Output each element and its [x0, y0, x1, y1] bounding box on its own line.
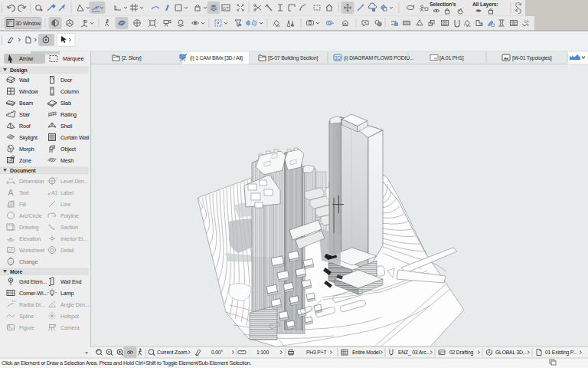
svg-text:Worksheet: Worksheet	[19, 247, 44, 254]
svg-text:Camera: Camera	[60, 324, 80, 331]
svg-text:Drawing: Drawing	[19, 224, 38, 231]
svg-text:Label: Label	[60, 189, 74, 196]
svg-text:Grid Elem...: Grid Elem...	[19, 278, 47, 285]
svg-text:Change: Change	[19, 258, 38, 265]
svg-text:1.2: 1.2	[12, 300, 16, 303]
svg-text:0.00°: 0.00°	[211, 350, 223, 355]
svg-text:(i) 1 CAM BiMx [3D / All]: (i) 1 CAM BiMx [3D / All]	[190, 55, 243, 61]
svg-text:Detail: Detail	[60, 247, 74, 254]
svg-text:Hotspot: Hotspot	[60, 313, 79, 320]
svg-text:Mesh: Mesh	[60, 157, 74, 164]
svg-text:3D: 3D	[335, 55, 341, 61]
svg-text:All Layers:: All Layers:	[472, 2, 498, 8]
svg-text:1.2: 1.2	[9, 177, 14, 181]
svg-text:A: A	[8, 188, 14, 197]
svg-text:Lamp: Lamp	[60, 290, 74, 297]
svg-text:Selection's: Selection's	[430, 2, 456, 7]
svg-text:Stair: Stair	[19, 111, 31, 118]
svg-text:Line: Line	[60, 201, 70, 208]
svg-text:Roof: Roof	[19, 123, 31, 130]
svg-text:Skylight: Skylight	[19, 134, 38, 141]
svg-text:Figure: Figure	[19, 324, 34, 331]
svg-text:Slab: Slab	[60, 100, 71, 107]
svg-text:[2. Story]: [2. Story]	[122, 55, 142, 61]
svg-text:Fill: Fill	[19, 201, 26, 208]
svg-text:Door: Door	[60, 77, 73, 84]
svg-text:02 Drafting: 02 Drafting	[449, 350, 473, 356]
svg-text:1:100: 1:100	[256, 350, 269, 355]
svg-text:Entire Model: Entire Model	[352, 350, 380, 355]
svg-text:Beam: Beam	[19, 100, 33, 107]
svg-text:Elevation: Elevation	[19, 235, 41, 242]
svg-text:ENZ_ 03 Arc...: ENZ_ 03 Arc...	[398, 350, 430, 356]
svg-text:Shell: Shell	[60, 123, 73, 130]
svg-text:01 Existing P...: 01 Existing P...	[545, 350, 577, 356]
svg-text::::: :::	[9, 260, 12, 264]
svg-text:GT: GT	[223, 6, 230, 11]
svg-text:Document: Document	[10, 168, 36, 173]
svg-text:[S-07 Building Section]: [S-07 Building Section]	[268, 55, 318, 61]
svg-text:More: More	[10, 269, 23, 274]
svg-text:Spline: Spline	[19, 313, 34, 320]
svg-text:(i) DIAGRAM FLOWS PODIU...: (i) DIAGRAM FLOWS PODIU...	[344, 55, 413, 61]
svg-text:Wall: Wall	[19, 77, 30, 84]
svg-text:A1: A1	[51, 190, 58, 196]
svg-text:Radial Di...: Radial Di...	[19, 301, 45, 308]
svg-text:GLOBAL 3D...: GLOBAL 3D...	[495, 350, 527, 355]
svg-text:[A.01 PH1]: [A.01 PH1]	[439, 55, 464, 61]
svg-text:3D Window: 3D Window	[15, 21, 41, 26]
svg-text:Zone: Zone	[19, 157, 31, 164]
svg-text:Polyline: Polyline	[60, 212, 79, 219]
svg-text:Text: Text	[19, 189, 29, 196]
svg-text:PH3 P+T: PH3 P+T	[306, 350, 326, 355]
svg-text:Click an Element or Draw a Sel: Click an Element or Draw a Selection Are…	[2, 360, 252, 366]
svg-text:Railing: Railing	[60, 111, 77, 118]
svg-text:Uᵃ: Uᵃ	[524, 19, 529, 24]
svg-text:[W-01 Typologies]: [W-01 Typologies]	[512, 55, 552, 61]
svg-text:Window: Window	[19, 88, 39, 95]
svg-text:Angle Dim...: Angle Dim...	[60, 301, 89, 308]
svg-text:Object: Object	[60, 146, 76, 153]
svg-text:Corner-Wi...: Corner-Wi...	[19, 290, 47, 297]
svg-text:Arrow: Arrow	[19, 55, 34, 62]
svg-text:1.2: 1.2	[54, 177, 57, 180]
svg-text:Curtain Wall: Curtain Wall	[60, 134, 90, 141]
svg-text:Column: Column	[60, 88, 79, 95]
svg-text:Interior El...: Interior El...	[60, 235, 87, 242]
svg-text:Section: Section	[60, 224, 78, 231]
svg-text:Level Dim...: Level Dim...	[60, 178, 88, 185]
svg-text:Morph: Morph	[19, 146, 34, 153]
svg-text:Current Zoom: Current Zoom	[157, 350, 188, 355]
svg-text:Marquee: Marquee	[63, 55, 83, 62]
svg-text:Wall End: Wall End	[60, 278, 81, 285]
svg-text:Dimension: Dimension	[19, 178, 44, 185]
svg-text:Design: Design	[10, 67, 28, 74]
svg-text:Arc/Circle: Arc/Circle	[19, 212, 42, 219]
